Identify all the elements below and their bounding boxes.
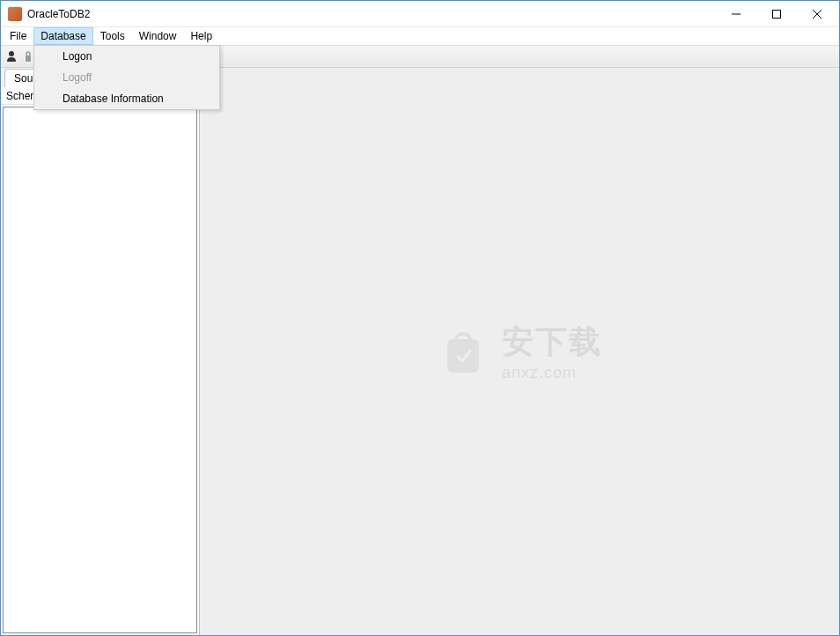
minimize-button[interactable] (716, 1, 756, 26)
window-controls (716, 1, 837, 26)
window-title: OracleToDB2 (27, 8, 90, 20)
menubar: File Database Tools Window Help (1, 27, 839, 46)
body-area: Source Schema 安下载 anxz.com (1, 68, 839, 635)
database-dropdown: Logon Logoff Database Information (33, 45, 220, 110)
svg-point-4 (9, 51, 14, 56)
maximize-button[interactable] (756, 1, 797, 26)
toolbar-icon-1[interactable] (4, 49, 18, 63)
menu-window[interactable]: Window (132, 27, 184, 45)
menu-database[interactable]: Database (33, 27, 92, 45)
main-content: 安下载 anxz.com (200, 68, 839, 635)
svg-rect-6 (447, 339, 479, 373)
watermark: 安下载 anxz.com (437, 321, 602, 382)
watermark-sub: anxz.com (502, 364, 602, 382)
watermark-main: 安下载 (502, 321, 602, 364)
menu-file[interactable]: File (3, 27, 33, 45)
menu-item-database-information[interactable]: Database Information (34, 88, 219, 109)
sidebar: Source Schema (1, 68, 200, 635)
menu-item-logon[interactable]: Logon (34, 46, 219, 67)
app-icon (8, 7, 22, 21)
menu-item-logoff: Logoff (34, 67, 219, 88)
menu-tools[interactable]: Tools (93, 27, 132, 45)
svg-rect-1 (773, 10, 781, 18)
object-tree[interactable] (3, 107, 197, 633)
titlebar: OracleToDB2 (1, 1, 839, 27)
close-button[interactable] (797, 1, 837, 26)
bag-icon (437, 325, 490, 378)
menu-help[interactable]: Help (183, 27, 219, 45)
svg-rect-5 (26, 55, 31, 62)
